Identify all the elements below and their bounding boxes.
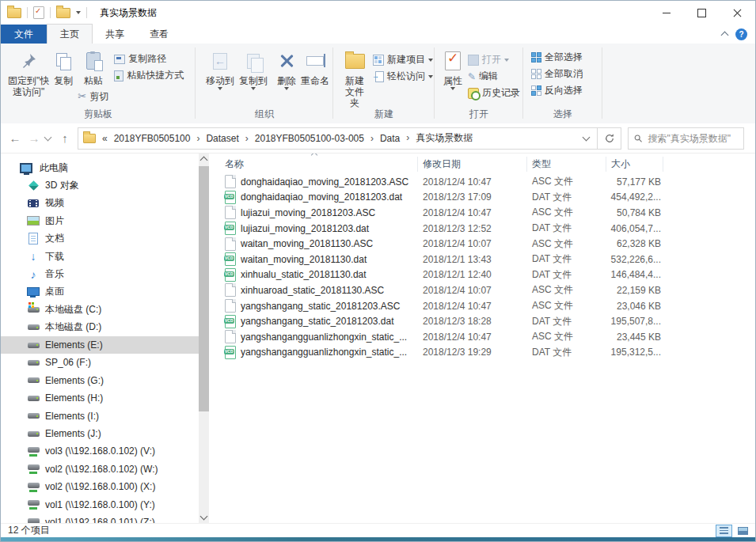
- sidebar-item-videos[interactable]: 视频: [1, 195, 199, 212]
- dat-file-icon: VCD: [225, 268, 236, 282]
- copy-button[interactable]: 复制: [51, 47, 75, 86]
- file-row[interactable]: VCDwaitan_moving_20181130.dat 2018/12/1 …: [209, 252, 756, 267]
- select-all-button[interactable]: 全部选择: [531, 50, 583, 65]
- up-button[interactable]: ↑: [55, 131, 74, 145]
- edit-button[interactable]: 编辑: [468, 69, 520, 84]
- details-view-button[interactable]: [716, 525, 732, 537]
- download-arrow-icon: [31, 250, 36, 263]
- sidebar-item-disk-c[interactable]: 本地磁盘 (C:): [1, 301, 199, 318]
- rename-button[interactable]: 重命名: [298, 47, 332, 86]
- column-header-size[interactable]: 大小: [606, 157, 663, 172]
- search-box[interactable]: [628, 127, 744, 150]
- file-row[interactable]: xinhuaroad_static_20181130.ASC 2018/12/4…: [209, 282, 756, 298]
- breadcrumb-item[interactable]: 2018YFB0505100-03-005: [239, 133, 364, 144]
- invert-selection-icon: [531, 85, 541, 96]
- close-button[interactable]: [720, 1, 755, 25]
- sidebar-item-drive-f[interactable]: SP_06 (F:): [1, 354, 199, 371]
- copy-path-button[interactable]: 复制路径: [114, 51, 184, 66]
- file-row[interactable]: VCDyangshangangguanlizhongxin_static_...…: [209, 345, 756, 361]
- disk-icon: [28, 377, 40, 383]
- sidebar-item-disk-d[interactable]: 本地磁盘 (D:): [1, 319, 199, 336]
- breadcrumb-item[interactable]: 真实场景数据: [400, 131, 473, 145]
- help-icon[interactable]: [735, 28, 747, 40]
- video-icon: [28, 199, 39, 207]
- invert-selection-button[interactable]: 反向选择: [531, 83, 583, 98]
- qat-customize-caret-icon[interactable]: [76, 11, 81, 14]
- main-area: 此电脑 3D 对象 视频 图片 文档 下载 音乐 桌面 本地磁盘 (C:) 本地…: [1, 154, 756, 523]
- qat-new-folder-button[interactable]: [56, 8, 70, 18]
- new-folder-button[interactable]: 新建 文件夹: [340, 47, 370, 108]
- tab-view[interactable]: 查看: [137, 25, 181, 44]
- sidebar-item-drive-h[interactable]: Elements (H:): [1, 389, 199, 407]
- sidebar-item-drive-j[interactable]: Elements (J:): [1, 425, 199, 442]
- sidebar-item-net-z[interactable]: vol1 (\\192.168.0.101) (Z:): [1, 514, 199, 523]
- sidebar-item-drive-e[interactable]: Elements (E:): [1, 336, 199, 354]
- sidebar-item-net-x[interactable]: vol2 (\\192.168.0.100) (X:): [1, 478, 199, 495]
- cut-button[interactable]: 剪切: [78, 89, 108, 104]
- column-header-date[interactable]: 修改日期: [418, 157, 527, 172]
- collapse-ribbon-icon[interactable]: [721, 32, 729, 40]
- file-row[interactable]: yangshangang_static_20181203.ASC 2018/12…: [209, 298, 756, 314]
- pin-quick-access-button[interactable]: 固定到"快 速访问": [6, 47, 51, 97]
- sidebar-item-music[interactable]: 音乐: [1, 265, 199, 282]
- sidebar-item-pictures[interactable]: 图片: [1, 212, 199, 229]
- sidebar-item-drive-g[interactable]: Elements (G:): [1, 372, 199, 389]
- back-button[interactable]: ←: [6, 131, 25, 145]
- sidebar-item-drive-i[interactable]: Elements (I:): [1, 407, 199, 424]
- network-drive-icon: [28, 500, 40, 506]
- breadcrumb-overflow[interactable]: «: [102, 133, 108, 144]
- file-row[interactable]: waitan_moving_20181130.ASC 2018/12/4 10:…: [209, 236, 756, 252]
- scroll-down-icon[interactable]: [200, 513, 208, 521]
- maximize-button[interactable]: [684, 1, 720, 25]
- forward-button[interactable]: →: [25, 131, 44, 145]
- ribbon-group-select: 全部选择 全部取消 反向选择 选择: [523, 44, 602, 123]
- tab-file[interactable]: 文件: [1, 25, 47, 44]
- breadcrumb-item[interactable]: 2018YFB0505100: [114, 133, 191, 144]
- column-header-type[interactable]: 类型: [527, 157, 606, 172]
- new-item-button[interactable]: 新建项目: [373, 52, 433, 67]
- refresh-button[interactable]: [598, 127, 621, 150]
- properties-button[interactable]: 属性: [441, 47, 465, 90]
- file-row[interactable]: VCDdonghaidaqiao_moving_20181203.dat 201…: [209, 190, 756, 206]
- sidebar-item-3d-objects[interactable]: 3D 对象: [1, 176, 199, 194]
- easy-access-button[interactable]: 轻松访问: [373, 69, 433, 84]
- file-row[interactable]: donghaidaqiao_moving_20181203.ASC 2018/1…: [209, 174, 756, 190]
- breadcrumb-item[interactable]: Dataset: [190, 133, 238, 144]
- file-row[interactable]: VCDlujiazui_moving_20181203.dat 2018/12/…: [209, 221, 756, 237]
- copy-to-button[interactable]: 复制到: [237, 47, 270, 90]
- address-dropdown-icon[interactable]: [583, 133, 591, 141]
- dat-file-icon: VCD: [225, 315, 236, 328]
- qat-properties-button[interactable]: [33, 6, 44, 19]
- search-input[interactable]: [648, 133, 738, 144]
- recent-locations-caret-icon[interactable]: [44, 134, 52, 142]
- select-none-button[interactable]: 全部取消: [531, 66, 583, 81]
- sidebar-item-downloads[interactable]: 下载: [1, 248, 199, 265]
- move-to-button[interactable]: 移动到: [203, 47, 237, 90]
- history-button[interactable]: 历史记录: [468, 85, 520, 100]
- file-row[interactable]: lujiazui_moving_20181203.ASC 2018/12/4 1…: [209, 205, 756, 221]
- sidebar-item-net-y[interactable]: vol1 (\\192.168.0.100) (Y:): [1, 495, 199, 513]
- sidebar-item-desktop[interactable]: 桌面: [1, 283, 199, 301]
- sidebar-item-net-w[interactable]: vol2 (\\192.168.0.102) (W:): [1, 461, 199, 478]
- delete-button[interactable]: 删除: [275, 47, 298, 90]
- minimize-button[interactable]: [648, 1, 684, 25]
- scroll-up-icon[interactable]: [200, 157, 208, 165]
- column-header-name[interactable]: 名称: [209, 157, 418, 172]
- new-folder-icon: [345, 54, 365, 69]
- sidebar-item-net-v[interactable]: vol3 (\\192.168.0.102) (V:): [1, 442, 199, 460]
- sidebar-item-documents[interactable]: 文档: [1, 230, 199, 248]
- sidebar-item-this-pc[interactable]: 此电脑: [1, 159, 199, 176]
- paste-shortcut-button[interactable]: 粘贴快捷方式: [114, 68, 184, 83]
- scrollbar-thumb[interactable]: [199, 166, 209, 411]
- file-row[interactable]: VCDyangshangang_static_20181203.dat 2018…: [209, 313, 756, 329]
- breadcrumb-item[interactable]: Data: [364, 133, 400, 144]
- tab-home[interactable]: 主页: [47, 24, 93, 44]
- paste-button[interactable]: 粘贴 剪切: [75, 47, 111, 104]
- thumbnails-view-button[interactable]: [735, 525, 751, 537]
- tab-share[interactable]: 共享: [93, 25, 137, 44]
- file-row[interactable]: yangshangangguanlizhongxin_static_... 20…: [209, 329, 756, 345]
- address-box[interactable]: « 2018YFB0505100 Dataset 2018YFB0505100-…: [78, 127, 598, 150]
- sidebar-scrollbar[interactable]: [199, 154, 209, 523]
- file-row[interactable]: VCDxinhualu_static_20181130.dat 2018/12/…: [209, 267, 756, 283]
- open-button[interactable]: 打开: [468, 52, 520, 67]
